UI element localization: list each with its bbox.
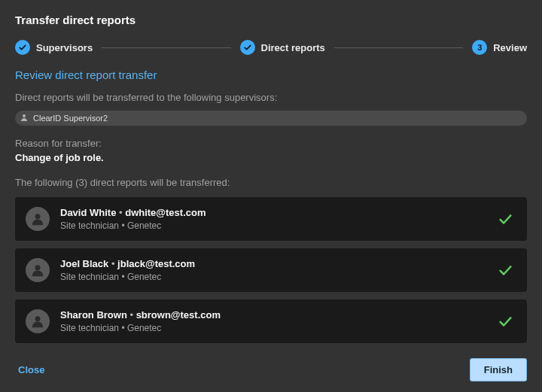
list-item-body: Joel Black • jblack@test.com Site techni… xyxy=(60,258,486,282)
section-heading: Review direct report transfer xyxy=(15,68,527,81)
list-item-body: David White • dwhite@test.com Site techn… xyxy=(60,207,486,231)
dialog-footer: Close Finish xyxy=(15,346,527,381)
step-supervisors[interactable]: Supervisors xyxy=(15,40,93,55)
person-icon xyxy=(20,113,29,123)
step-label: Supervisors xyxy=(36,42,93,53)
svg-point-1 xyxy=(35,214,41,219)
person-role: Site technician xyxy=(60,272,119,282)
list-item: Sharon Brown • sbrown@test.com Site tech… xyxy=(15,299,527,343)
person-name: Sharon Brown xyxy=(60,309,127,321)
check-icon xyxy=(15,40,30,55)
avatar xyxy=(26,258,50,282)
success-check-icon xyxy=(497,313,513,330)
person-name: David White xyxy=(60,207,116,218)
list-item-header: David White • dwhite@test.com xyxy=(60,207,486,218)
step-review[interactable]: 3 Review xyxy=(472,40,527,55)
supervisor-chip: ClearID Supervisor2 xyxy=(15,111,527,126)
svg-point-0 xyxy=(23,114,26,117)
step-connector xyxy=(102,47,230,48)
person-org: Genetec xyxy=(127,272,161,282)
person-org: Genetec xyxy=(127,323,161,333)
step-number-icon: 3 xyxy=(472,40,487,55)
supervisor-name: ClearID Supervisor2 xyxy=(33,114,108,123)
check-icon xyxy=(240,40,255,55)
person-email: dwhite@test.com xyxy=(125,207,206,218)
dialog-title: Transfer direct reports xyxy=(15,14,527,26)
list-item: Joel Black • jblack@test.com Site techni… xyxy=(15,248,527,292)
step-direct-reports[interactable]: Direct reports xyxy=(240,40,325,55)
list-item-sub: Site technician • Genetec xyxy=(60,323,486,333)
success-check-icon xyxy=(497,262,513,278)
list-intro: The following (3) direct reports will be… xyxy=(15,177,527,188)
step-label: Direct reports xyxy=(261,42,325,53)
svg-point-2 xyxy=(35,265,41,270)
transferred-to-label: Direct reports will be transferred to th… xyxy=(15,92,527,103)
step-label: Review xyxy=(493,42,527,53)
person-email: jblack@test.com xyxy=(117,258,195,269)
svg-point-3 xyxy=(35,316,41,321)
close-button[interactable]: Close xyxy=(15,360,47,380)
list-item-body: Sharon Brown • sbrown@test.com Site tech… xyxy=(60,309,486,333)
avatar xyxy=(26,309,50,333)
direct-reports-list: David White • dwhite@test.com Site techn… xyxy=(15,197,527,343)
person-role: Site technician xyxy=(60,220,119,231)
step-connector xyxy=(334,47,463,48)
success-check-icon xyxy=(497,211,513,227)
wizard-stepper: Supervisors Direct reports 3 Review xyxy=(15,40,527,55)
person-email: sbrown@test.com xyxy=(136,309,221,321)
list-item-sub: Site technician • Genetec xyxy=(60,220,486,231)
list-item-header: Sharon Brown • sbrown@test.com xyxy=(60,309,486,321)
avatar xyxy=(26,207,50,231)
transfer-dialog: Transfer direct reports Supervisors Dire… xyxy=(0,0,542,392)
finish-button[interactable]: Finish xyxy=(470,358,527,381)
list-item: David White • dwhite@test.com Site techn… xyxy=(15,197,527,241)
list-item-header: Joel Black • jblack@test.com xyxy=(60,258,486,269)
list-item-sub: Site technician • Genetec xyxy=(60,272,486,282)
reason-label: Reason for transfer: xyxy=(15,138,527,149)
reason-value: Change of job role. xyxy=(15,152,527,163)
person-role: Site technician xyxy=(60,323,119,333)
person-org: Genetec xyxy=(127,220,161,231)
person-name: Joel Black xyxy=(60,258,108,269)
